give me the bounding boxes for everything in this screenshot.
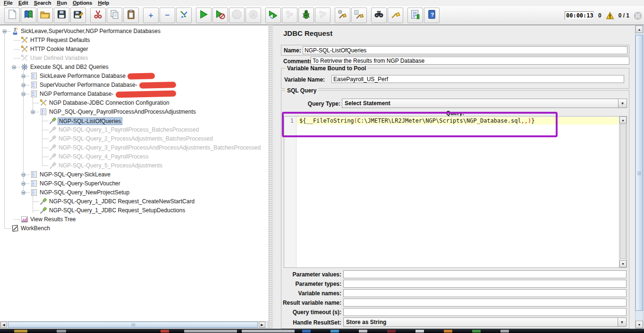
function-helper-button[interactable] bbox=[407, 8, 423, 23]
tree-item-ngp-sql-query-1-jdbc-request-setupdeductions[interactable]: NGP-SQL-Query_1_JDBC Request_SetupDeduct… bbox=[0, 206, 268, 215]
chevron-down-icon[interactable]: ▼ bbox=[618, 99, 627, 108]
result-variable-name-input[interactable] bbox=[343, 299, 627, 307]
parameter-values-input[interactable] bbox=[343, 270, 627, 278]
tree-item-sickleave-performance-database[interactable]: SickLeave Performance Database bbox=[0, 72, 268, 81]
menu-help[interactable]: Help bbox=[96, 0, 113, 6]
new-button[interactable] bbox=[4, 8, 20, 23]
scroll-right-icon[interactable]: ▶ bbox=[259, 322, 265, 328]
tree-item-ngp-sql-query-5-processadjustments[interactable]: NGP-SQL-Query_5_ProcessAdjustments bbox=[0, 161, 268, 170]
tree-item-ngp-sql-query-payrollprocessandprocessadjustment[interactable]: NGP_SQL-Query_PayrollProcessAndProcessAd… bbox=[0, 108, 268, 117]
stop-button[interactable] bbox=[229, 8, 245, 23]
start-button[interactable] bbox=[196, 8, 212, 23]
tree-item-ngp-sql-query-1-jdbc-request-createnewstartcard[interactable]: NGP-SQL-Query_1_JDBC Request_CreateNewSt… bbox=[0, 197, 268, 206]
tree-collapse-handle[interactable] bbox=[21, 191, 25, 195]
scroll-down-icon[interactable]: ▼ bbox=[636, 321, 643, 328]
save-as-button[interactable] bbox=[70, 8, 86, 23]
handle-resultset-select[interactable]: Store as String ▼ bbox=[343, 317, 627, 327]
panel-vertical-scrollbar[interactable]: ▲ ▼ bbox=[635, 25, 644, 329]
tree-collapse-handle[interactable] bbox=[12, 65, 16, 69]
windows-taskbar[interactable] bbox=[0, 329, 644, 333]
taskbar-item[interactable] bbox=[14, 330, 27, 333]
tree-item-ngp-sql-listofqueries[interactable]: NGP-SQL-ListOfQueries bbox=[0, 117, 268, 125]
menu-run[interactable]: Run bbox=[55, 0, 70, 6]
taskbar-item[interactable] bbox=[57, 330, 66, 333]
tree-item-supervoucher-performance-database[interactable]: SuperVoucher Performance Database- bbox=[0, 81, 268, 90]
hscroll-thumb[interactable] bbox=[8, 322, 258, 328]
menu-search[interactable]: Search bbox=[32, 0, 55, 6]
templates-button[interactable] bbox=[21, 8, 36, 23]
tree-horizontal-scrollbar[interactable]: ◀ ▶ bbox=[0, 321, 268, 328]
tree-item-http-request-defaults[interactable]: HTTP Request Defaults bbox=[0, 36, 268, 45]
taskbar-item[interactable] bbox=[302, 330, 311, 333]
tree-item-ngp-sql-query-2-processadjustments-batchesproces[interactable]: NGP-SQL-Query_2_ProcessAdjustments_Batch… bbox=[0, 134, 268, 143]
tree-item-view-results-tree[interactable]: View Results Tree bbox=[0, 215, 268, 224]
comments-input[interactable] bbox=[311, 57, 629, 65]
tree-collapse-handle[interactable] bbox=[21, 83, 25, 87]
tree-item-ngp-sql-query-1-payrollprocess-batchesprocessed[interactable]: NGP-SQL-Query_1_PayrollProcess_BatchesPr… bbox=[0, 125, 268, 134]
taskbar-item[interactable] bbox=[359, 330, 367, 333]
taskbar-item[interactable] bbox=[184, 330, 237, 333]
tree-item-sickleave-supervoucher-ngp-performance-databases[interactable]: SickLeave,SuperVoucher,NGP Performance D… bbox=[0, 27, 268, 36]
paste-button[interactable] bbox=[123, 8, 139, 23]
query-timeout-s-input[interactable] bbox=[343, 308, 627, 316]
open-button[interactable] bbox=[37, 8, 53, 23]
taskbar-item[interactable] bbox=[242, 330, 295, 333]
expand-all-button[interactable]: + bbox=[143, 8, 159, 23]
debug-start-button[interactable] bbox=[298, 8, 314, 23]
scroll-up-icon[interactable]: ▲ bbox=[636, 25, 643, 33]
tree-item-ngp-sql-query-3-payrollprocessandprocessadjustme[interactable]: NGP-SQL-Query_3_PayrollProcessAndProcess… bbox=[0, 143, 268, 152]
cut-button[interactable] bbox=[90, 8, 106, 23]
taskbar-item[interactable] bbox=[330, 330, 339, 333]
tree-collapse-handle[interactable] bbox=[21, 74, 25, 78]
tree-collapse-handle[interactable] bbox=[31, 110, 35, 114]
editor-scroll-thumb[interactable] bbox=[620, 124, 626, 259]
scroll-left-icon[interactable]: ◀ bbox=[0, 322, 7, 328]
save-button[interactable] bbox=[54, 8, 69, 23]
start-no-pauses-button[interactable] bbox=[212, 8, 228, 23]
menu-file[interactable]: File bbox=[2, 0, 17, 6]
tree-item-execute-sql-and-db2-queries[interactable]: Execute SQL and DB2 Queries bbox=[0, 63, 268, 72]
warning-icon[interactable] bbox=[606, 12, 614, 20]
menu-options[interactable]: Options bbox=[71, 0, 96, 6]
remote-start-all-button[interactable] bbox=[265, 8, 281, 23]
parameter-types-input[interactable] bbox=[343, 280, 627, 288]
tree-item-http-cookie-manager[interactable]: HTTP Cookie Manager bbox=[0, 45, 268, 54]
toggle-button[interactable] bbox=[176, 8, 192, 23]
panel-scroll-thumb[interactable] bbox=[636, 35, 643, 311]
taskbar-item[interactable] bbox=[444, 330, 452, 333]
tree-item-ngp-sql-query-supervoucher[interactable]: NGP-SQL-Query-SuperVoucher bbox=[0, 179, 268, 188]
shutdown-button[interactable] bbox=[246, 8, 261, 23]
sql-query-text[interactable]: ${__FileToString(C:\JMETER\LR2JMeter\NGP… bbox=[299, 117, 535, 124]
tree-collapse-handle[interactable] bbox=[21, 182, 25, 186]
search-reset-button[interactable] bbox=[388, 8, 403, 23]
scroll-down-icon[interactable]: ▼ bbox=[619, 260, 627, 267]
variable-name-input[interactable] bbox=[331, 75, 624, 83]
taskbar-item[interactable] bbox=[415, 330, 424, 333]
remote-stop-all-button[interactable] bbox=[282, 8, 297, 23]
taskbar-item[interactable] bbox=[500, 330, 509, 333]
tree-collapse-handle[interactable] bbox=[21, 173, 25, 177]
tree-item-ngp-sql-query-sickleave[interactable]: NGP-SQL-Query-SickLeave bbox=[0, 170, 268, 179]
tree-item-ngp-performance-database[interactable]: NGP Performance Database- bbox=[0, 90, 268, 99]
help-button[interactable]: ? bbox=[424, 8, 440, 23]
copy-button[interactable] bbox=[107, 8, 122, 23]
chevron-down-icon[interactable]: ▼ bbox=[618, 318, 626, 326]
panel-splitter[interactable] bbox=[268, 25, 273, 329]
sql-query-editor[interactable]: 1 ${__FileToString(C:\JMETER\LR2JMeter\N… bbox=[284, 116, 627, 268]
tree-item-workbench[interactable]: WorkBench bbox=[0, 224, 268, 233]
scroll-up-icon[interactable]: ▲ bbox=[619, 117, 627, 124]
taskbar-item[interactable] bbox=[472, 330, 481, 333]
name-input[interactable] bbox=[303, 46, 627, 54]
menu-edit[interactable]: Edit bbox=[17, 0, 32, 6]
clear-button[interactable] bbox=[335, 8, 350, 23]
variable-names-input[interactable] bbox=[343, 289, 627, 297]
tree-collapse-handle[interactable] bbox=[21, 92, 25, 96]
editor-vertical-scrollbar[interactable]: ▲ ▼ bbox=[619, 117, 627, 267]
clear-all-button[interactable] bbox=[351, 8, 367, 23]
taskbar-item[interactable] bbox=[161, 330, 169, 333]
collapse-all-button[interactable]: − bbox=[160, 8, 175, 23]
tree-item-ngp-sql-query-newprojectsetup[interactable]: NGP-SQL-Query_NewProjectSetup bbox=[0, 188, 268, 197]
tree-item-ngp-sql-query-4-payrollprocess[interactable]: NGP-SQL-Query_4_PayrollProcess bbox=[0, 152, 268, 161]
taskbar-item[interactable] bbox=[387, 330, 396, 333]
query-type-select[interactable]: Select Statement ▼ bbox=[342, 99, 627, 108]
